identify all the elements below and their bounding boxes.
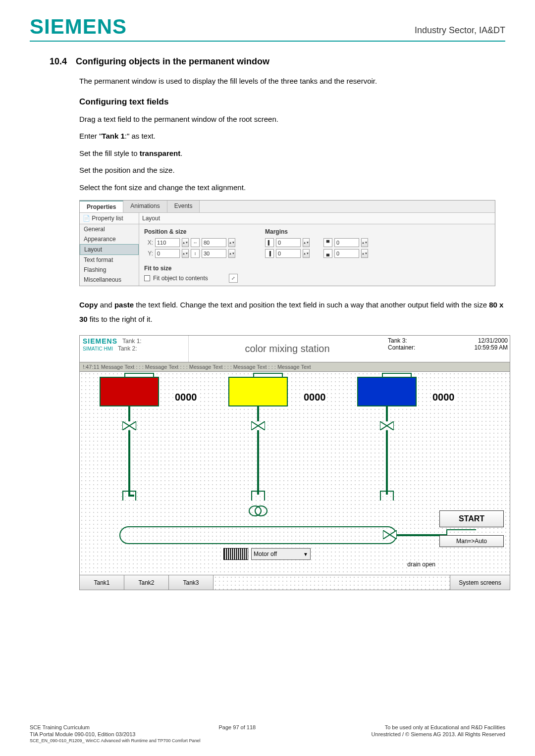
drain-open-label: drain open (407, 561, 435, 568)
margin-bottom-spinner[interactable]: ▲▼ (361, 249, 368, 258)
tank-1 (100, 377, 159, 406)
tank-2 (228, 377, 288, 406)
width-icon: ↔ (191, 238, 200, 247)
side-item-textformat[interactable]: Text format (80, 255, 139, 265)
side-item-appearance[interactable]: Appearance (80, 234, 139, 244)
footer-right-2: Unrestricted / © Siemens AG 2013. All Ri… (372, 731, 505, 737)
nav-tank2[interactable]: Tank2 (124, 575, 169, 590)
side-item-flashing[interactable]: Flashing (80, 265, 139, 275)
hmi-screen: SIEMENS Tank 1: SIMATIC HMI Tank 2: colo… (79, 335, 510, 590)
margin-left-input[interactable]: 0 (276, 238, 301, 247)
width-spinner[interactable]: ▲▼ (228, 238, 235, 247)
y-spinner[interactable]: ▲▼ (182, 249, 189, 258)
height-spinner[interactable]: ▲▼ (228, 249, 235, 258)
nav-system-screens[interactable]: System screens (450, 575, 510, 590)
svg-marker-0 (122, 421, 129, 430)
subsection-title: Configuring text fields (79, 97, 505, 107)
reservoir (119, 526, 397, 544)
nav-spacer (214, 575, 450, 590)
step-1: Drag a text field to the permanent windo… (79, 114, 505, 125)
step-2: Enter "Tank 1:" as text. (79, 131, 505, 142)
header-sector: Industry Sector, IA&DT (415, 25, 505, 39)
margin-top-icon: ▀ (323, 238, 332, 247)
section-number: 10.4 (50, 56, 67, 66)
hmi-date: 12/31/2000 (442, 337, 508, 344)
group-margins: Margins ▌ 0 ▲▼ ▀ 0 ▲▼ ▐ 0 (265, 228, 368, 260)
fit-icon[interactable]: ⤢ (229, 274, 238, 283)
hmi-header: SIEMENS Tank 1: SIMATIC HMI Tank 2: colo… (80, 336, 510, 362)
hmi-container-label: Container: (388, 344, 438, 351)
footer-left-3: SCE_EN_090-010_R1209_ WinCC Advanced wit… (30, 738, 505, 743)
nav-tank1[interactable]: Tank1 (80, 575, 124, 590)
margin-top-input[interactable]: 0 (334, 238, 359, 247)
step-4: Set the position and the size. (79, 165, 505, 176)
tank1-cap (124, 373, 154, 378)
x-input[interactable]: 110 (155, 238, 180, 247)
hmi-message-bar: !:47:11 Message Text : : : Message Text … (80, 362, 510, 372)
y-label: Y: (144, 250, 153, 257)
footer-left-2: TIA Portal Module 090-010, Edition 03/20… (30, 731, 135, 737)
fit-to-size-title: Fit to size (144, 265, 490, 272)
margins-title: Margins (265, 228, 368, 235)
footer-left-1: SCE Training Curriculum (30, 724, 90, 730)
man-auto-button[interactable]: Man=>Auto (439, 535, 504, 547)
x-label: X: (144, 239, 153, 246)
hmi-title: color mixing station (189, 336, 386, 362)
properties-panel: Properties Animations Events 📄 Property … (79, 200, 495, 286)
side-item-layout[interactable]: Layout (80, 244, 139, 255)
margin-right-icon: ▐ (265, 249, 274, 258)
mixer-icon (248, 504, 268, 517)
layout-header: Layout (139, 213, 495, 224)
tab-properties[interactable]: Properties (80, 201, 123, 212)
fit-checkbox[interactable] (144, 275, 150, 281)
motor-dropdown[interactable]: Motor off ▼ (251, 548, 311, 560)
width-input[interactable]: 80 (202, 238, 226, 247)
section-title: 10.4Configuring objects in the permanent… (50, 56, 505, 67)
fit-label: Fit object to contents (153, 275, 208, 282)
start-button[interactable]: START (439, 510, 504, 527)
chevron-down-icon: ▼ (303, 552, 308, 557)
side-item-misc[interactable]: Miscellaneous (80, 275, 139, 285)
height-input[interactable]: 30 (202, 249, 226, 258)
margin-left-icon: ▌ (265, 238, 274, 247)
y-input[interactable]: 0 (155, 249, 180, 258)
hmi-simatic: SIMATIC HMI (83, 346, 113, 352)
section-heading: Configuring objects in the permanent win… (76, 56, 269, 66)
tank2-cap (253, 373, 283, 378)
hmi-canvas: 0000 0000 0000 (80, 372, 510, 575)
footer-right-1: To be used only at Educational and R&D F… (385, 724, 505, 730)
svg-marker-8 (383, 530, 390, 539)
margin-bottom-input[interactable]: 0 (334, 249, 359, 258)
svg-marker-4 (380, 421, 387, 430)
svg-marker-3 (258, 421, 265, 430)
properties-tabs: Properties Animations Events (80, 201, 495, 213)
group-position-size: Position & size X: 110 ▲▼ ↔ 80 ▲▼ Y: 0 (144, 228, 235, 260)
x-spinner[interactable]: ▲▼ (182, 238, 189, 247)
hmi-logo: SIEMENS (83, 337, 117, 345)
nav-tank3[interactable]: Tank3 (169, 575, 214, 590)
valve-1[interactable] (122, 421, 136, 430)
siemens-logo: SIEMENS (30, 15, 127, 39)
tab-animations[interactable]: Animations (123, 201, 167, 212)
motor-value: Motor off (254, 551, 277, 557)
valve-2[interactable] (251, 421, 265, 430)
page-footer: SCE Training Curriculum Page 97 of 118 T… (30, 724, 505, 743)
margin-top-spinner[interactable]: ▲▼ (361, 238, 368, 247)
valve-3[interactable] (380, 421, 394, 430)
footer-center-1: Page 97 of 118 (219, 724, 256, 730)
margin-right-input[interactable]: 0 (276, 249, 301, 258)
margin-bottom-icon: ▄ (323, 249, 332, 258)
copy-paste-paragraph: Copy and paste the text field. Change th… (79, 298, 505, 326)
side-item-general[interactable]: General (80, 224, 139, 234)
tab-events[interactable]: Events (167, 201, 200, 212)
valve-drain[interactable] (383, 530, 397, 539)
tank3-cap (382, 373, 412, 378)
intro-paragraph: The permanent window is used to display … (79, 76, 505, 87)
svg-marker-2 (251, 421, 258, 430)
margin-left-spinner[interactable]: ▲▼ (303, 238, 310, 247)
margin-right-spinner[interactable]: ▲▼ (303, 249, 310, 258)
hmi-tank2-label: Tank 2: (118, 345, 137, 352)
property-list-header[interactable]: 📄 Property list (80, 213, 139, 224)
properties-sidebar: 📄 Property list General Appearance Layou… (80, 213, 139, 286)
tank2-value: 0000 (303, 392, 327, 403)
